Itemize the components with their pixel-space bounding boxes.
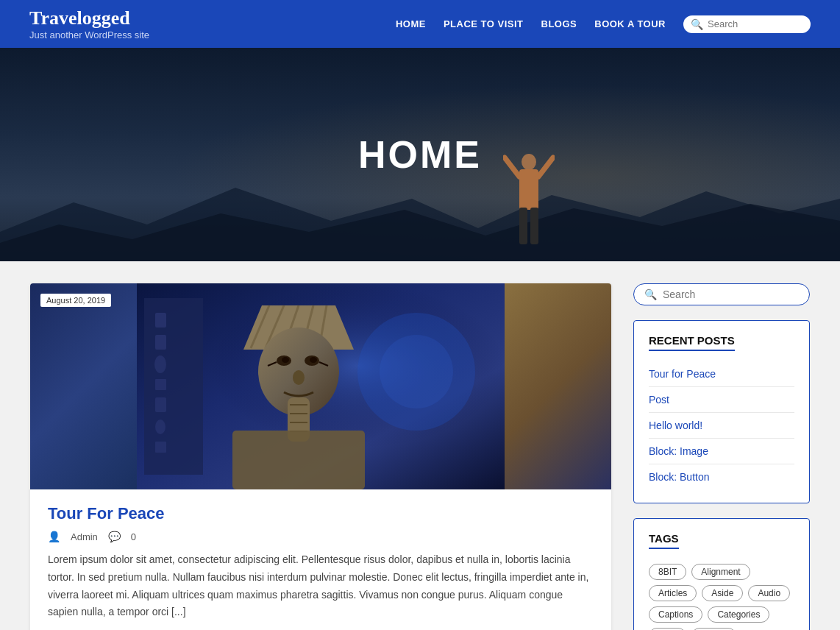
svg-point-27 [282,357,289,363]
tag-item[interactable]: Categories [708,606,769,623]
tag-item[interactable]: Alignment [691,564,750,580]
svg-rect-37 [232,431,365,489]
svg-point-28 [310,357,317,363]
post-image-wrap: August 20, 2019 [30,283,611,489]
tags-title: TAGS [649,532,679,549]
recent-posts-widget: RECENT POSTS Tour for PeacePostHello wor… [633,320,810,503]
svg-point-16 [155,420,165,434]
site-nav: HOME PLACE TO VISIT BLOGS BOOK A TOUR 🔍 [396,15,811,33]
svg-point-13 [154,355,166,373]
recent-posts-list: Tour for PeacePostHello world!Block: Ima… [649,361,794,489]
post-author: Admin [71,531,98,542]
tag-item[interactable]: Captions [649,606,702,623]
nav-blogs[interactable]: BLOGS [541,18,577,29]
nav-place-to-visit[interactable]: PLACE TO VISIT [444,18,524,29]
svg-rect-10 [144,298,203,475]
svg-point-39 [380,335,453,408]
post-card: August 20, 2019 [30,283,611,630]
post-date-badge: August 20, 2019 [40,294,111,307]
tags-list: 8BITAlignmentArticlesAsideAudioCaptionsC… [649,564,794,630]
tag-item[interactable]: Audio [748,585,790,601]
svg-rect-14 [155,379,166,390]
svg-line-5 [538,158,553,177]
posts-area: August 20, 2019 [30,283,611,630]
post-body: Tour For Peace 👤 Admin 💬 0 Lorem ipsum d… [30,489,611,630]
hero-mountains-svg [0,173,840,261]
post-meta: 👤 Admin 💬 0 [48,531,594,542]
post-comments: 0 [131,531,136,542]
recent-post-item[interactable]: Tour for Peace [649,361,794,387]
tags-widget: TAGS 8BITAlignmentArticlesAsideAudioCapt… [633,518,810,630]
post-featured-image [30,283,611,489]
recent-post-item[interactable]: Hello world! [649,413,794,439]
nav-home[interactable]: HOME [396,18,426,29]
site-title: Travelogged [29,7,149,29]
svg-rect-17 [155,442,166,453]
site-header: Travelogged Just another WordPress site … [0,0,840,48]
nav-book-a-tour[interactable]: BOOK A TOUR [594,18,666,29]
recent-post-item[interactable]: Post [649,387,794,413]
hero-title: HOME [358,132,482,177]
post-title[interactable]: Tour For Peace [48,504,594,523]
search-icon: 🔍 [691,18,703,30]
author-icon: 👤 [48,531,60,542]
header-search-box: 🔍 [683,15,811,33]
svg-line-4 [505,158,519,177]
sidebar-search-input[interactable] [663,289,799,300]
site-branding: Travelogged Just another WordPress site [29,7,149,40]
svg-point-31 [293,370,305,385]
sidebar-search-box: 🔍 [633,283,810,305]
svg-rect-12 [155,335,166,350]
site-tagline: Just another WordPress site [29,29,149,40]
header-search-input[interactable] [708,18,803,29]
tag-item[interactable]: Articles [649,585,697,601]
recent-post-item[interactable]: Block: Image [649,439,794,464]
main-content: August 20, 2019 [15,283,825,630]
post-excerpt: Lorem ipsum dolor sit amet, consectetur … [48,551,594,621]
tag-item[interactable]: 8BIT [649,564,686,580]
sidebar: 🔍 RECENT POSTS Tour for PeacePostHello w… [633,283,810,630]
svg-rect-15 [155,397,166,412]
recent-posts-title: RECENT POSTS [649,334,735,351]
sidebar-search-icon: 🔍 [644,289,657,300]
svg-rect-6 [519,208,527,244]
svg-rect-11 [155,313,166,328]
svg-rect-3 [519,169,538,210]
hero-person-svg [503,149,555,255]
recent-post-item[interactable]: Block: Button [649,464,794,489]
svg-rect-7 [530,208,538,244]
hero-banner: HOME [0,48,840,261]
comments-icon: 💬 [108,531,121,542]
post-image-svg [137,283,505,489]
svg-point-2 [522,154,536,170]
tag-item[interactable]: Aside [702,585,743,601]
